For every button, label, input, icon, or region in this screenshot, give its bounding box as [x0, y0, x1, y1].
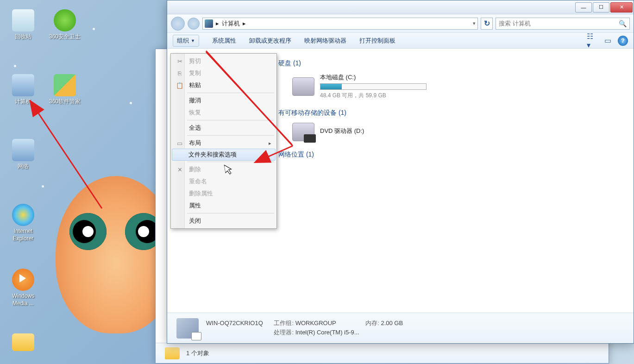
- menu-close[interactable]: 关闭: [172, 215, 275, 227]
- map-network-drive-button[interactable]: 映射网络驱动器: [304, 37, 346, 45]
- organize-button[interactable]: 组织 ▼: [173, 35, 199, 47]
- delete-icon: ✕: [176, 166, 183, 173]
- layout-icon: ▭: [176, 139, 183, 147]
- section-hard-disk[interactable]: ▸ 硬盘 (1): [278, 58, 624, 68]
- drive-dvd[interactable]: DVD 驱动器 (D:): [292, 123, 624, 141]
- folder-icon: [12, 333, 34, 351]
- recycle-bin-icon: [12, 9, 34, 31]
- folder-icon: [165, 347, 180, 359]
- dropdown-arrow-icon[interactable]: ▾: [473, 20, 476, 26]
- address-bar[interactable]: ▸ 计算机 ▸ ▾: [202, 18, 478, 30]
- menu-cut[interactable]: ✂剪切: [172, 55, 275, 67]
- menu-properties[interactable]: 属性: [172, 200, 275, 212]
- navigation-bar: ▸ 计算机 ▸ ▾ ↻ 🔍: [167, 14, 634, 33]
- desktop-icon-folder[interactable]: [5, 333, 42, 353]
- computer-name: WIN-OQ72CKRIO1Q: [206, 320, 263, 326]
- search-input[interactable]: [499, 20, 619, 27]
- copy-icon: ⎘: [176, 69, 183, 77]
- menu-paste[interactable]: 📋粘贴: [172, 79, 275, 91]
- desktop-icon-network[interactable]: 网络: [5, 139, 42, 170]
- titlebar[interactable]: — ☐ ✕: [167, 0, 634, 14]
- cpu-value: Intel(R) Core(TM) i5-9...: [295, 329, 359, 336]
- forward-button[interactable]: [188, 18, 200, 30]
- view-options-button[interactable]: ☷ ▾: [586, 36, 597, 45]
- desktop-icon-label: 回收站: [5, 33, 42, 41]
- menu-undo[interactable]: 撤消: [172, 94, 275, 107]
- workgroup-label: 工作组:: [274, 320, 294, 326]
- memory-label: 内存:: [365, 320, 379, 326]
- details-pane: WIN-OQ72CKRIO1Q 工作组: WORKGROUP 内存: 2.00 …: [167, 313, 634, 343]
- memory-value: 2.00 GB: [381, 320, 403, 326]
- search-icon[interactable]: 🔍: [619, 20, 627, 27]
- wmp-icon: [12, 269, 34, 291]
- desktop-icon-wmp[interactable]: Windows Media ...: [5, 269, 42, 307]
- desktop-icon-computer[interactable]: 计算机: [5, 74, 42, 106]
- drive-detail: 48.4 GB 可用，共 59.9 GB: [320, 92, 427, 100]
- help-button[interactable]: ?: [618, 36, 628, 46]
- section-removable[interactable]: 有可移动存储的设备 (1): [278, 109, 624, 117]
- toolbar: 组织 ▼ 系统属性 卸载或更改程序 映射网络驱动器 打开控制面板 ☷ ▾ ▭ ?: [167, 33, 634, 49]
- desktop-icon-label: 网络: [5, 163, 42, 170]
- close-button[interactable]: ✕: [610, 2, 633, 13]
- menu-remove-properties[interactable]: 删除属性: [172, 188, 275, 200]
- maximize-button[interactable]: ☐: [593, 2, 609, 13]
- menu-layout[interactable]: ▭布局: [172, 137, 275, 149]
- desktop-icon-label: 360软件管家: [46, 98, 83, 106]
- dvd-drive-icon: [292, 123, 314, 141]
- refresh-button[interactable]: ↻: [481, 18, 493, 30]
- menu-copy[interactable]: ⎘复制: [172, 67, 275, 79]
- organize-label: 组织: [177, 37, 189, 45]
- desktop-icon-360safety[interactable]: 360安全卫士: [46, 9, 83, 41]
- preview-pane-button[interactable]: ▭: [602, 36, 613, 45]
- 360-software-icon: [54, 74, 76, 96]
- breadcrumb-sep[interactable]: ▸: [243, 20, 246, 27]
- computer-icon: [12, 74, 34, 96]
- back-button[interactable]: [171, 17, 185, 31]
- desktop-icon-360software[interactable]: 360软件管家: [46, 74, 83, 106]
- desktop-icon-label: 计算机: [5, 98, 42, 106]
- menu-rename[interactable]: 重命名: [172, 176, 275, 188]
- 360-safety-icon: [54, 9, 76, 31]
- minimize-button[interactable]: —: [575, 2, 592, 13]
- hard-disk-icon: [292, 77, 314, 96]
- menu-select-all[interactable]: 全选: [172, 122, 275, 134]
- network-icon: [12, 139, 34, 161]
- scissors-icon: ✂: [176, 57, 183, 65]
- drive-c[interactable]: 本地磁盘 (C:) 48.4 GB 可用，共 59.9 GB: [292, 73, 624, 100]
- desktop-icon-ie[interactable]: Internet Explorer: [5, 204, 42, 242]
- drive-name: 本地磁盘 (C:): [320, 73, 427, 82]
- menu-redo[interactable]: 恢复: [172, 107, 275, 119]
- drive-usage-bar: [320, 83, 427, 90]
- search-box[interactable]: 🔍: [496, 18, 630, 30]
- desktop-icon-label: Windows Media ...: [5, 293, 42, 307]
- computer-icon: [176, 318, 199, 339]
- computer-icon: [205, 19, 213, 28]
- workgroup-value: WORKGROUP: [295, 320, 336, 326]
- desktop-icon-recycle-bin[interactable]: 回收站: [5, 9, 42, 41]
- breadcrumb-location[interactable]: 计算机: [222, 19, 240, 28]
- desktop-icon-label: 360安全卫士: [46, 33, 83, 41]
- menu-folder-options[interactable]: 文件夹和搜索选项: [172, 149, 276, 161]
- chevron-down-icon: ▼: [191, 38, 195, 43]
- section-network-location[interactable]: 网络位置 (1): [278, 151, 624, 159]
- ie-icon: [12, 204, 34, 226]
- breadcrumb-sep: ▸: [216, 20, 219, 27]
- clipboard-icon: 📋: [176, 82, 183, 89]
- bg-window-statusbar: 1 个对象: [156, 343, 609, 363]
- bg-status-text: 1 个对象: [186, 349, 209, 358]
- system-properties-button[interactable]: 系统属性: [212, 37, 236, 45]
- desktop-icon-label: Internet Explorer: [5, 228, 42, 242]
- open-control-panel-button[interactable]: 打开控制面板: [359, 37, 395, 45]
- organize-menu: ✂剪切 ⎘复制 📋粘贴 撤消 恢复 全选 ▭布局 文件夹和搜索选项 ✕删除 重命…: [170, 53, 277, 229]
- drive-name: DVD 驱动器 (D:): [320, 127, 364, 135]
- uninstall-programs-button[interactable]: 卸载或更改程序: [249, 37, 291, 45]
- cpu-label: 处理器:: [274, 329, 294, 336]
